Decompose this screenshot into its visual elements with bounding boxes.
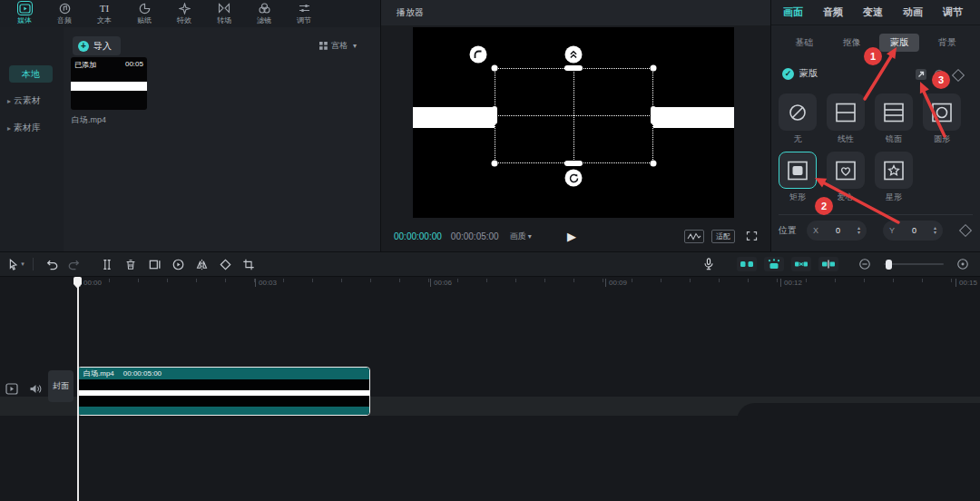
mask-corner-handle-tr[interactable] [651, 65, 657, 72]
timeline-clip-name: 白场.mp4 [83, 368, 114, 378]
mask-type-heart-label: 爱心 [827, 192, 865, 203]
sidebar-item-local[interactable]: 本地 [9, 65, 53, 83]
y-spin-arrows[interactable]: ▴▾ [934, 226, 936, 235]
nav-transition[interactable]: 转场 [211, 2, 238, 25]
video-white-bar-right [653, 107, 734, 128]
fullscreen-icon[interactable] [746, 231, 758, 241]
record-voiceover-button[interactable] [697, 257, 720, 271]
quality-dropdown[interactable]: 画质 [510, 231, 532, 242]
mask-corner-handle-tl[interactable] [492, 65, 498, 72]
mask-enabled-checkbox[interactable]: ✓ [782, 68, 794, 80]
corner-radius-icon [474, 50, 484, 60]
tab-picture[interactable]: 画面 [783, 5, 803, 19]
tab-speed[interactable]: 变速 [863, 5, 883, 19]
position-keyframe-icon[interactable] [959, 224, 972, 237]
tab-animation[interactable]: 动画 [903, 5, 923, 19]
subtab-background[interactable]: 背景 [927, 34, 967, 52]
mirror-button[interactable] [190, 258, 213, 271]
nav-sticker[interactable]: 贴纸 [131, 2, 158, 25]
subtab-basic[interactable]: 基础 [784, 34, 824, 52]
zoom-out-button[interactable] [853, 258, 877, 270]
playhead-line[interactable] [77, 277, 79, 501]
video-preview[interactable] [413, 27, 734, 218]
import-button[interactable]: + 导入 [73, 36, 121, 55]
nav-audio[interactable]: 音频 [51, 2, 78, 25]
timeline-body[interactable]: 00:00 00:03 00:06 00:09 00:12 00:15 封面 白… [0, 277, 980, 501]
playhead-handle[interactable] [74, 277, 82, 289]
undo-button[interactable] [39, 258, 63, 271]
mask-edge-handle-right[interactable] [651, 106, 656, 124]
crop-button[interactable] [237, 258, 260, 271]
mask-type-rectangle[interactable] [779, 152, 817, 189]
position-x-stepper[interactable]: X 0 ▴▾ [807, 221, 867, 241]
mask-edge-handle-bottom[interactable] [564, 161, 583, 166]
zoom-fit-button[interactable] [951, 258, 975, 270]
mask-type-circle-label: 圆形 [923, 133, 961, 145]
link-clips-toggle[interactable] [764, 257, 784, 271]
total-duration: 00:00:05:00 [451, 231, 499, 241]
media-clip-card[interactable]: 已添加 00:05 [71, 57, 147, 110]
view-mode-dropdown[interactable]: 宫格 [319, 40, 357, 52]
freeze-frame-button[interactable] [142, 258, 166, 271]
preview-axis-toggle[interactable] [791, 257, 811, 271]
x-spin-arrows[interactable]: ▴▾ [858, 226, 860, 235]
zoom-slider-handle[interactable] [886, 260, 892, 270]
tab-audio[interactable]: 音频 [823, 5, 843, 19]
cover-button[interactable]: 封面 [48, 370, 74, 402]
player-title: 播放器 [397, 6, 424, 19]
sidebar-item-library[interactable]: 素材库 [7, 122, 41, 134]
track-mute-icon[interactable] [29, 383, 43, 395]
mask-type-star[interactable] [875, 152, 913, 189]
mask-feather-handle[interactable] [565, 46, 583, 64]
inspector-panel: 画面 音频 变速 动画 调节 基础 抠像 蒙版 背景 ✓ 蒙版 无 线性 镜面 … [771, 0, 980, 251]
tab-adjust[interactable]: 调节 [943, 5, 963, 19]
mask-type-circle[interactable] [923, 93, 961, 131]
toolbar-divider [33, 258, 34, 270]
redo-button[interactable] [63, 258, 86, 271]
timeline-toolbar: ▾ [0, 252, 980, 276]
main-track-magnet-toggle[interactable] [818, 257, 838, 271]
sidebar-item-cloud[interactable]: 云素材 [7, 94, 41, 107]
fit-button[interactable]: 适配 [711, 230, 735, 243]
mask-edge-handle-left[interactable] [492, 106, 497, 124]
step-1-badge: 1 [864, 47, 882, 65]
play-button[interactable]: ▶ [567, 221, 576, 251]
mask-corner-handle-br[interactable] [651, 161, 657, 167]
media-sidebar: 本地 云素材 素材库 [0, 27, 64, 251]
position-row: 位置 X 0 ▴▾ Y 0 ▴▾ [779, 221, 973, 241]
rotate-button[interactable] [213, 258, 237, 271]
select-tool-button[interactable]: ▾ [4, 258, 27, 271]
step-2-badge: 2 [815, 197, 833, 215]
mask-rotate-handle[interactable] [565, 170, 583, 187]
media-icon [18, 2, 32, 15]
mask-corner-handle-bl[interactable] [492, 161, 498, 167]
mask-invert-button[interactable] [915, 68, 927, 81]
reverse-button[interactable] [166, 258, 190, 271]
magnetic-snap-toggle[interactable] [737, 257, 757, 271]
video-white-bar-left [413, 107, 495, 128]
mask-corner-radius-handle[interactable] [470, 46, 487, 64]
timeline-clip[interactable]: 白场.mp4 00:00:05:00 [77, 367, 370, 416]
mask-keyframe-icon[interactable] [952, 69, 965, 82]
mask-type-linear[interactable] [827, 93, 865, 131]
mask-type-none[interactable] [779, 93, 817, 131]
clip-filmstrip [78, 379, 369, 390]
nav-media[interactable]: 媒体 [11, 2, 38, 25]
mask-type-linear-label: 线性 [827, 133, 865, 145]
mask-type-rectangle-label: 矩形 [779, 192, 817, 203]
clip-header: 白场.mp4 00:00:05:00 [78, 368, 369, 379]
mask-type-mirror[interactable] [875, 93, 913, 131]
nav-filter[interactable]: 滤镜 [250, 2, 278, 25]
delete-button[interactable] [119, 258, 142, 271]
nav-adjust[interactable]: 调节 [290, 2, 318, 25]
split-button[interactable] [95, 258, 119, 271]
nav-effects[interactable]: 特效 [171, 2, 198, 25]
mask-edge-handle-top[interactable] [564, 65, 583, 71]
subtab-mask[interactable]: 蒙版 [879, 34, 919, 52]
scopes-button[interactable] [684, 230, 704, 243]
timeline-zoom-slider[interactable] [884, 258, 944, 270]
mask-type-heart[interactable] [827, 152, 865, 189]
nav-text[interactable]: TI 文本 [91, 2, 118, 25]
position-y-stepper[interactable]: Y 0 ▴▾ [883, 221, 943, 241]
track-visibility-icon[interactable] [5, 383, 18, 395]
